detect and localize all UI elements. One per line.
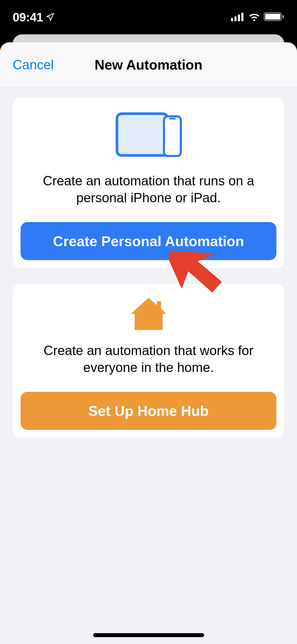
location-icon — [46, 10, 55, 24]
cellular-icon — [231, 12, 245, 22]
device-screen: 09:41 — [0, 0, 297, 644]
home-automation-card: Create an automation that works for ever… — [13, 284, 284, 438]
battery-icon — [264, 12, 284, 22]
modal-sheet: Cancel New Automation Create an automati… — [0, 42, 297, 644]
page-title: New Automation — [95, 57, 202, 73]
svg-rect-10 — [157, 301, 161, 309]
svg-rect-1 — [234, 16, 237, 21]
wifi-icon — [248, 12, 261, 22]
svg-rect-0 — [231, 18, 233, 21]
status-bar: 09:41 — [0, 0, 297, 34]
button-label: Set Up Home Hub — [88, 403, 209, 419]
svg-rect-3 — [241, 13, 243, 21]
button-label: Create Personal Automation — [53, 233, 244, 249]
personal-description: Create an automation that runs on a pers… — [21, 172, 276, 206]
nav-bar: Cancel New Automation — [0, 42, 297, 87]
status-right — [231, 12, 284, 22]
home-description: Create an automation that works for ever… — [21, 342, 276, 376]
svg-rect-2 — [238, 15, 240, 21]
svg-rect-6 — [282, 15, 284, 18]
status-time: 09:41 — [13, 10, 43, 24]
set-up-home-hub-button[interactable]: Set Up Home Hub — [21, 392, 276, 430]
cancel-button[interactable]: Cancel — [13, 57, 54, 72]
home-indicator[interactable] — [93, 633, 204, 637]
home-icon — [129, 297, 168, 332]
status-left: 09:41 — [13, 10, 55, 24]
sheet-content: Create an automation that runs on a pers… — [0, 87, 297, 438]
create-personal-automation-button[interactable]: Create Personal Automation — [21, 222, 276, 260]
svg-rect-5 — [265, 14, 280, 20]
personal-automation-card: Create an automation that runs on a pers… — [13, 98, 284, 268]
svg-rect-7 — [117, 114, 168, 155]
svg-rect-9 — [169, 118, 176, 119]
devices-icon — [114, 111, 183, 159]
svg-rect-8 — [164, 116, 181, 156]
